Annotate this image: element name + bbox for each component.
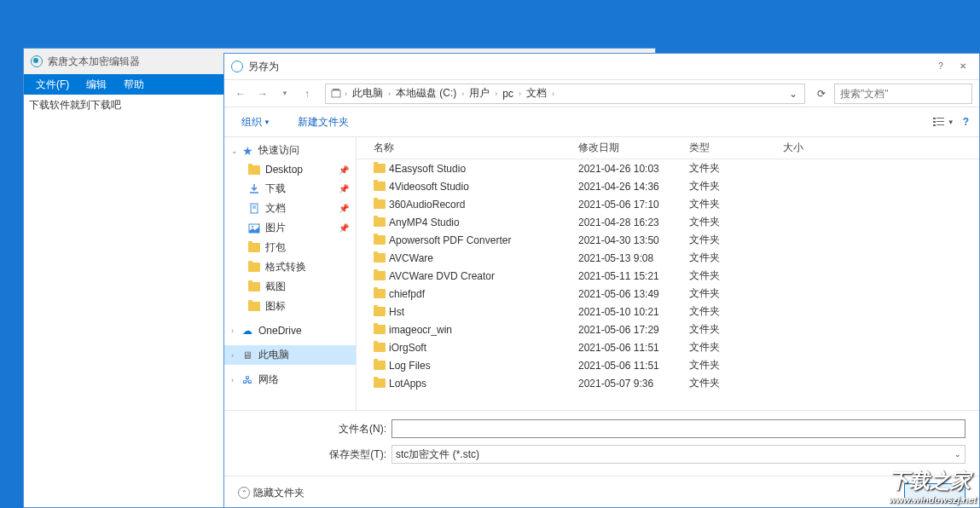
chevron-right-icon[interactable]: › — [231, 351, 240, 360]
menu-file[interactable]: 文件(F) — [27, 78, 78, 92]
breadcrumb-dropdown[interactable]: ⌄ — [786, 88, 801, 100]
quick-access-header[interactable]: ⌄ ★ 快速访问 — [224, 141, 356, 160]
breadcrumb-item[interactable]: pc — [499, 88, 517, 100]
file-row[interactable]: chiefpdf2021-05-06 13:49文件夹 — [357, 285, 979, 303]
new-folder-button[interactable]: 新建文件夹 — [291, 112, 356, 133]
chevron-right-icon[interactable]: › — [460, 89, 466, 98]
folder-icon — [374, 325, 386, 334]
watermark: 下载之家 www.windowszj.net — [889, 467, 977, 505]
this-pc-item[interactable]: › 🖥 此电脑 — [224, 345, 356, 365]
file-row[interactable]: imageocr_win2021-05-06 17:29文件夹 — [357, 320, 979, 338]
app-icon — [31, 55, 43, 67]
folder-icon — [374, 182, 386, 191]
dialog-title: 另存为 — [248, 60, 279, 74]
breadcrumb-item[interactable]: 文档 — [523, 86, 550, 101]
file-row[interactable]: 4Videosoft Studio2021-04-26 14:36文件夹 — [357, 177, 979, 195]
sidebar-item[interactable]: 打包 — [224, 238, 356, 257]
svg-rect-3 — [937, 118, 944, 118]
folder-icon — [374, 307, 386, 316]
forward-button[interactable]: → — [253, 84, 272, 103]
folder-icon — [374, 235, 386, 245]
pin-icon: 📌 — [339, 184, 349, 193]
chevron-right-icon[interactable]: › — [550, 89, 556, 98]
sidebar-item[interactable]: 图片📌 — [224, 218, 356, 238]
dialog-footer: ⌃ 隐藏文件夹 — [224, 476, 979, 508]
file-row[interactable]: Hst2021-05-10 10:21文件夹 — [357, 303, 979, 320]
file-row[interactable]: iOrgSoft2021-05-06 11:51文件夹 — [357, 338, 979, 356]
column-name[interactable]: 名称 — [357, 141, 578, 155]
chevron-right-icon[interactable]: › — [386, 89, 392, 98]
chevron-right-icon[interactable]: › — [231, 376, 240, 384]
folder-icon — [374, 253, 386, 263]
file-row[interactable]: 360AudioRecord2021-05-06 17:10文件夹 — [357, 195, 979, 213]
documents-icon — [246, 202, 262, 216]
file-row[interactable]: Apowersoft PDF Converter2021-04-30 13:50… — [357, 231, 979, 249]
hide-folders-toggle[interactable]: ⌃ 隐藏文件夹 — [238, 486, 304, 500]
help-icon[interactable]: ? — [963, 116, 969, 128]
folder-icon — [374, 217, 386, 227]
file-row[interactable]: AVCWare DVD Creator2021-05-11 15:21文件夹 — [357, 267, 979, 285]
file-row[interactable]: Log Files2021-05-06 11:51文件夹 — [357, 356, 979, 374]
editor-title: 索唐文本加密编辑器 — [48, 55, 140, 69]
chevron-right-icon[interactable]: › — [231, 326, 240, 335]
column-date[interactable]: 修改日期 — [578, 141, 689, 155]
svg-rect-4 — [933, 121, 936, 123]
folder-icon — [374, 378, 386, 388]
help-button[interactable]: ? — [930, 57, 952, 74]
onedrive-item[interactable]: › ☁ OneDrive — [224, 321, 356, 340]
svg-rect-7 — [937, 124, 944, 125]
savetype-label: 保存类型(T): — [238, 447, 391, 462]
organize-button[interactable]: 组织▼ — [235, 112, 277, 133]
folder-icon — [246, 280, 262, 294]
chevron-right-icon[interactable]: › — [493, 89, 499, 98]
folder-icon — [246, 241, 262, 255]
column-size[interactable]: 大小 — [783, 141, 851, 155]
folder-icon — [374, 289, 386, 298]
breadcrumb-item[interactable]: 本地磁盘 (C:) — [392, 86, 460, 101]
search-input[interactable] — [834, 84, 972, 104]
folder-icon — [374, 199, 386, 209]
sidebar-item[interactable]: 截图 — [224, 277, 356, 297]
menu-help[interactable]: 帮助 — [115, 78, 153, 92]
view-options-button[interactable]: ▼ — [932, 116, 954, 128]
file-row[interactable]: 4Easysoft Studio2021-04-26 10:03文件夹 — [357, 159, 979, 177]
folder-icon — [374, 164, 386, 173]
folder-icon — [246, 163, 262, 176]
onedrive-icon: ☁ — [240, 324, 255, 338]
sidebar-item[interactable]: Desktop📌 — [224, 160, 356, 179]
network-item[interactable]: › 🖧 网络 — [224, 370, 356, 390]
breadcrumb-item[interactable]: 用户 — [466, 86, 493, 101]
refresh-button[interactable]: ⟳ — [812, 84, 831, 103]
file-row[interactable]: LotApps2021-05-07 9:36文件夹 — [357, 374, 979, 392]
dialog-icon — [231, 61, 243, 72]
computer-icon: 🖥 — [240, 349, 255, 362]
dialog-titlebar[interactable]: 另存为 ? ✕ — [224, 54, 979, 79]
sidebar-item[interactable]: 下载📌 — [224, 179, 356, 199]
filename-input[interactable] — [391, 419, 966, 438]
breadcrumb-item[interactable]: 此电脑 — [349, 86, 386, 101]
file-row[interactable]: AVCWare2021-05-13 9:08文件夹 — [357, 249, 979, 267]
breadcrumb[interactable]: › 此电脑 › 本地磁盘 (C:) › 用户 › pc › 文档 › ⌄ — [325, 84, 805, 104]
pin-icon: 📌 — [339, 204, 349, 213]
up-button[interactable]: ↑ — [298, 84, 316, 103]
collapse-icon: ⌃ — [238, 487, 250, 499]
chevron-right-icon[interactable]: › — [343, 89, 349, 98]
navigation-pane: ⌄ ★ 快速访问 Desktop📌下载📌文档📌图片📌打包格式转换截图图标 › ☁… — [224, 137, 357, 410]
filename-label: 文件名(N): — [238, 422, 391, 436]
recent-dropdown[interactable]: ▼ — [275, 84, 294, 103]
sidebar-item[interactable]: 图标 — [224, 297, 356, 316]
column-type[interactable]: 类型 — [689, 141, 783, 155]
sidebar-item[interactable]: 格式转换 — [224, 257, 356, 277]
downloads-icon — [246, 182, 262, 196]
close-button[interactable]: ✕ — [952, 57, 974, 74]
chevron-right-icon[interactable]: › — [517, 89, 523, 98]
menu-edit[interactable]: 编辑 — [78, 78, 115, 92]
file-row[interactable]: AnyMP4 Studio2021-04-28 16:23文件夹 — [357, 213, 979, 231]
savetype-select[interactable]: stc加密文件 (*.stc) ⌄ — [391, 445, 966, 464]
file-list[interactable]: 名称 修改日期 类型 大小 4Easysoft Studio2021-04-26… — [357, 137, 979, 410]
pin-icon: 📌 — [339, 223, 349, 233]
column-headers: 名称 修改日期 类型 大小 — [357, 137, 979, 159]
back-button[interactable]: ← — [231, 84, 250, 103]
sidebar-item[interactable]: 文档📌 — [224, 199, 356, 218]
chevron-down-icon[interactable]: ⌄ — [231, 147, 240, 155]
